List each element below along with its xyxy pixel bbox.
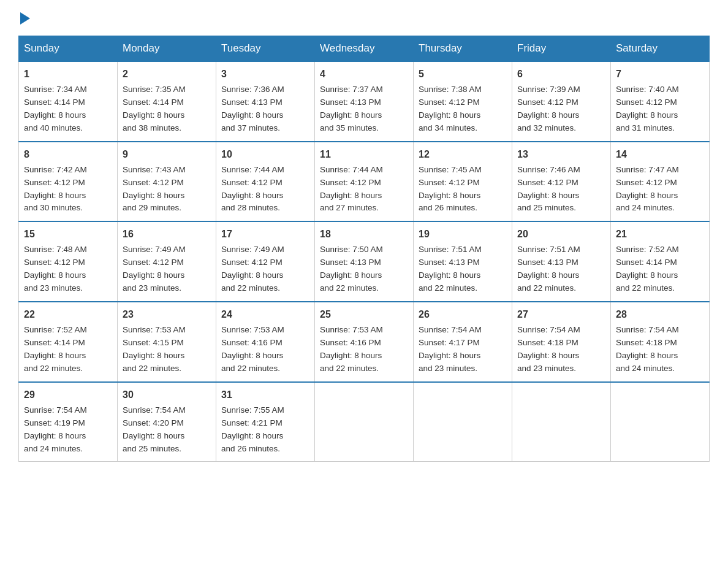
calendar-week-row-2: 8 Sunrise: 7:42 AMSunset: 4:12 PMDayligh… [19, 142, 710, 222]
calendar-cell: 4 Sunrise: 7:37 AMSunset: 4:13 PMDayligh… [315, 61, 414, 142]
calendar-cell: 17 Sunrise: 7:49 AMSunset: 4:12 PMDaylig… [216, 221, 315, 302]
calendar-cell: 7 Sunrise: 7:40 AMSunset: 4:12 PMDayligh… [611, 61, 710, 142]
calendar-week-row-1: 1 Sunrise: 7:34 AMSunset: 4:14 PMDayligh… [19, 61, 710, 142]
day-info: Sunrise: 7:47 AMSunset: 4:12 PMDaylight:… [616, 165, 679, 213]
calendar-cell: 20 Sunrise: 7:51 AMSunset: 4:13 PMDaylig… [512, 221, 611, 302]
calendar-cell: 14 Sunrise: 7:47 AMSunset: 4:12 PMDaylig… [611, 142, 710, 222]
day-number: 20 [517, 227, 605, 242]
day-number: 24 [221, 307, 309, 322]
day-number: 1 [24, 67, 112, 82]
day-number: 9 [123, 147, 211, 162]
weekday-header-tuesday: Tuesday [216, 36, 315, 62]
day-number: 2 [123, 67, 211, 82]
calendar-cell: 22 Sunrise: 7:52 AMSunset: 4:14 PMDaylig… [19, 302, 118, 382]
day-info: Sunrise: 7:43 AMSunset: 4:12 PMDaylight:… [123, 165, 186, 213]
calendar-cell: 25 Sunrise: 7:53 AMSunset: 4:16 PMDaylig… [315, 302, 414, 382]
calendar-cell: 28 Sunrise: 7:54 AMSunset: 4:18 PMDaylig… [611, 302, 710, 382]
weekday-header-row: SundayMondayTuesdayWednesdayThursdayFrid… [19, 36, 710, 62]
day-info: Sunrise: 7:35 AMSunset: 4:14 PMDaylight:… [123, 85, 186, 132]
day-info: Sunrise: 7:55 AMSunset: 4:21 PMDaylight:… [221, 405, 284, 453]
day-number: 6 [517, 67, 605, 82]
day-number: 3 [221, 67, 309, 82]
calendar-week-row-3: 15 Sunrise: 7:48 AMSunset: 4:12 PMDaylig… [19, 221, 710, 302]
calendar-cell: 6 Sunrise: 7:39 AMSunset: 4:12 PMDayligh… [512, 61, 611, 142]
calendar-cell: 12 Sunrise: 7:45 AMSunset: 4:12 PMDaylig… [414, 142, 512, 222]
day-info: Sunrise: 7:52 AMSunset: 4:14 PMDaylight:… [616, 245, 679, 293]
day-number: 26 [419, 307, 507, 322]
day-number: 10 [221, 147, 309, 162]
calendar-cell: 18 Sunrise: 7:50 AMSunset: 4:13 PMDaylig… [315, 221, 414, 302]
logo [18, 12, 30, 23]
day-info: Sunrise: 7:50 AMSunset: 4:13 PMDaylight:… [320, 245, 383, 293]
day-number: 30 [123, 388, 211, 402]
calendar-week-row-4: 22 Sunrise: 7:52 AMSunset: 4:14 PMDaylig… [19, 302, 710, 382]
calendar-cell: 10 Sunrise: 7:44 AMSunset: 4:12 PMDaylig… [216, 142, 315, 222]
day-number: 19 [419, 227, 507, 242]
calendar-cell [315, 382, 414, 462]
calendar-cell: 16 Sunrise: 7:49 AMSunset: 4:12 PMDaylig… [118, 221, 216, 302]
day-number: 11 [320, 147, 408, 162]
day-number: 22 [24, 307, 112, 322]
day-number: 28 [616, 307, 704, 322]
calendar-cell: 9 Sunrise: 7:43 AMSunset: 4:12 PMDayligh… [118, 142, 216, 222]
calendar-cell: 29 Sunrise: 7:54 AMSunset: 4:19 PMDaylig… [19, 382, 118, 462]
calendar-cell: 27 Sunrise: 7:54 AMSunset: 4:18 PMDaylig… [512, 302, 611, 382]
day-number: 12 [419, 147, 507, 162]
day-info: Sunrise: 7:53 AMSunset: 4:15 PMDaylight:… [123, 325, 186, 373]
calendar-cell [414, 382, 512, 462]
day-number: 13 [517, 147, 605, 162]
calendar-cell: 11 Sunrise: 7:44 AMSunset: 4:12 PMDaylig… [315, 142, 414, 222]
day-info: Sunrise: 7:37 AMSunset: 4:13 PMDaylight:… [320, 85, 383, 132]
day-number: 5 [419, 67, 507, 82]
day-info: Sunrise: 7:51 AMSunset: 4:13 PMDaylight:… [517, 245, 580, 293]
day-info: Sunrise: 7:36 AMSunset: 4:13 PMDaylight:… [221, 85, 284, 132]
calendar-cell: 3 Sunrise: 7:36 AMSunset: 4:13 PMDayligh… [216, 61, 315, 142]
day-info: Sunrise: 7:49 AMSunset: 4:12 PMDaylight:… [123, 245, 186, 293]
calendar-week-row-5: 29 Sunrise: 7:54 AMSunset: 4:19 PMDaylig… [19, 382, 710, 462]
day-info: Sunrise: 7:38 AMSunset: 4:12 PMDaylight:… [419, 85, 482, 132]
day-info: Sunrise: 7:40 AMSunset: 4:12 PMDaylight:… [616, 85, 679, 132]
weekday-header-saturday: Saturday [611, 36, 710, 62]
day-number: 8 [24, 147, 112, 162]
calendar-table: SundayMondayTuesdayWednesdayThursdayFrid… [18, 36, 710, 462]
weekday-header-monday: Monday [118, 36, 216, 62]
calendar-cell: 30 Sunrise: 7:54 AMSunset: 4:20 PMDaylig… [118, 382, 216, 462]
day-number: 7 [616, 67, 704, 82]
day-number: 17 [221, 227, 309, 242]
weekday-header-thursday: Thursday [414, 36, 512, 62]
day-info: Sunrise: 7:45 AMSunset: 4:12 PMDaylight:… [419, 165, 482, 213]
weekday-header-wednesday: Wednesday [315, 36, 414, 62]
day-info: Sunrise: 7:53 AMSunset: 4:16 PMDaylight:… [320, 325, 383, 373]
day-number: 15 [24, 227, 112, 242]
day-number: 29 [24, 388, 112, 402]
day-info: Sunrise: 7:44 AMSunset: 4:12 PMDaylight:… [320, 165, 383, 213]
weekday-header-sunday: Sunday [19, 36, 118, 62]
calendar-cell: 2 Sunrise: 7:35 AMSunset: 4:14 PMDayligh… [118, 61, 216, 142]
day-info: Sunrise: 7:53 AMSunset: 4:16 PMDaylight:… [221, 325, 284, 373]
day-info: Sunrise: 7:52 AMSunset: 4:14 PMDaylight:… [24, 325, 87, 373]
day-info: Sunrise: 7:34 AMSunset: 4:14 PMDaylight:… [24, 85, 87, 132]
calendar-cell: 23 Sunrise: 7:53 AMSunset: 4:15 PMDaylig… [118, 302, 216, 382]
day-number: 16 [123, 227, 211, 242]
calendar-cell: 15 Sunrise: 7:48 AMSunset: 4:12 PMDaylig… [19, 221, 118, 302]
calendar-cell: 1 Sunrise: 7:34 AMSunset: 4:14 PMDayligh… [19, 61, 118, 142]
day-number: 31 [221, 388, 309, 402]
day-info: Sunrise: 7:54 AMSunset: 4:17 PMDaylight:… [419, 325, 482, 373]
day-number: 25 [320, 307, 408, 322]
page-header [18, 12, 710, 23]
day-info: Sunrise: 7:54 AMSunset: 4:19 PMDaylight:… [24, 405, 87, 453]
day-number: 21 [616, 227, 704, 242]
day-info: Sunrise: 7:49 AMSunset: 4:12 PMDaylight:… [221, 245, 284, 293]
day-info: Sunrise: 7:54 AMSunset: 4:18 PMDaylight:… [517, 325, 580, 373]
day-info: Sunrise: 7:42 AMSunset: 4:12 PMDaylight:… [24, 165, 87, 213]
calendar-cell: 31 Sunrise: 7:55 AMSunset: 4:21 PMDaylig… [216, 382, 315, 462]
day-info: Sunrise: 7:48 AMSunset: 4:12 PMDaylight:… [24, 245, 87, 293]
calendar-cell: 19 Sunrise: 7:51 AMSunset: 4:13 PMDaylig… [414, 221, 512, 302]
day-info: Sunrise: 7:54 AMSunset: 4:18 PMDaylight:… [616, 325, 679, 373]
logo-triangle-icon [20, 12, 30, 25]
day-info: Sunrise: 7:51 AMSunset: 4:13 PMDaylight:… [419, 245, 482, 293]
calendar-cell: 26 Sunrise: 7:54 AMSunset: 4:17 PMDaylig… [414, 302, 512, 382]
calendar-cell: 21 Sunrise: 7:52 AMSunset: 4:14 PMDaylig… [611, 221, 710, 302]
calendar-cell: 13 Sunrise: 7:46 AMSunset: 4:12 PMDaylig… [512, 142, 611, 222]
day-info: Sunrise: 7:54 AMSunset: 4:20 PMDaylight:… [123, 405, 186, 453]
